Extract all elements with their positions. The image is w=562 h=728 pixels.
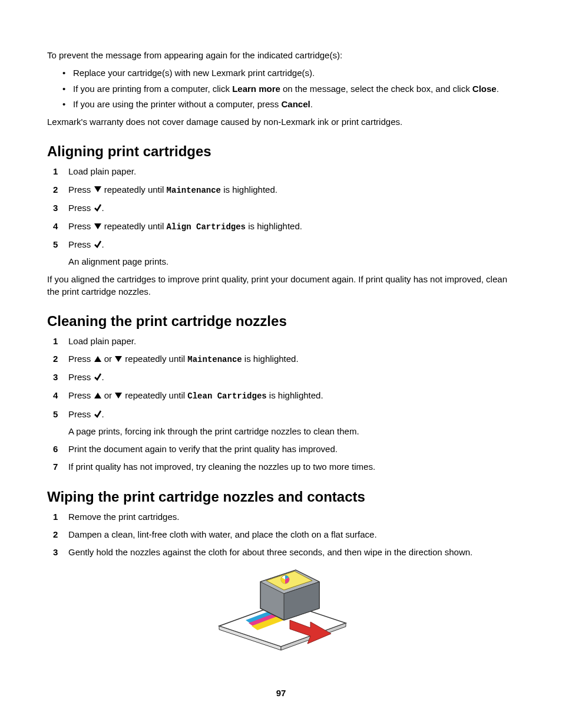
heading-aligning: Aligning print cartridges [47, 143, 515, 160]
aligning-after: If you aligned the cartridges to improve… [47, 274, 515, 298]
cartridge-wipe-illustration [213, 564, 349, 653]
step: Press . [53, 371, 515, 384]
check-icon [94, 372, 102, 384]
intro-text: To prevent the message from appearing ag… [47, 50, 515, 61]
down-arrow-icon [114, 354, 123, 365]
check-icon [94, 409, 102, 421]
svg-marker-1 [94, 223, 101, 229]
step: Gently hold the nozzles against the clot… [53, 546, 515, 558]
svg-marker-0 [94, 186, 101, 192]
intro-bullets: Replace your cartridge(s) with new Lexma… [47, 67, 515, 110]
svg-marker-2 [94, 356, 101, 362]
aligning-steps: Load plain paper. Press repeatedly until… [47, 166, 515, 268]
step: Press or repeatedly until Maintenance is… [53, 353, 515, 365]
step: Dampen a clean, lint-free cloth with wat… [53, 529, 515, 541]
step: Remove the print cartridges. [53, 511, 515, 523]
step: Load plain paper. [53, 166, 515, 177]
up-arrow-icon [94, 390, 102, 402]
svg-marker-5 [115, 393, 122, 398]
down-arrow-icon [94, 221, 102, 233]
bullet-item: If you are printing from a computer, cli… [62, 83, 515, 95]
step: Press repeatedly until Align Cartridges … [53, 220, 515, 233]
heading-wiping: Wiping the print cartridge nozzles and c… [47, 489, 515, 505]
step: If print quality has not improved, try c… [53, 461, 515, 473]
svg-marker-4 [94, 393, 101, 398]
warranty-text: Lexmark's warranty does not cover damage… [47, 116, 515, 128]
bullet-item: If you are using the printer without a c… [62, 98, 515, 110]
cleaning-steps: Load plain paper. Press or repeatedly un… [47, 335, 515, 473]
check-icon [94, 239, 102, 251]
step: Load plain paper. [53, 335, 515, 347]
bullet-item: Replace your cartridge(s) with new Lexma… [62, 67, 515, 79]
down-arrow-icon [114, 390, 123, 402]
step-subtext: A page prints, forcing ink through the p… [68, 426, 515, 437]
step: Press repeatedly until Maintenance is hi… [53, 184, 515, 196]
step: Press . A page prints, forcing ink throu… [53, 409, 515, 437]
wiping-steps: Remove the print cartridges. Dampen a cl… [47, 511, 515, 559]
heading-cleaning: Cleaning the print cartridge nozzles [47, 313, 515, 330]
step: Print the document again to verify that … [53, 443, 515, 455]
step-subtext: An alignment page prints. [68, 256, 515, 268]
up-arrow-icon [94, 354, 102, 365]
page-number: 97 [47, 688, 515, 698]
step: Press . [53, 202, 515, 215]
down-arrow-icon [94, 184, 102, 196]
step: Press or repeatedly until Clean Cartridg… [53, 390, 515, 402]
svg-marker-3 [115, 356, 122, 362]
check-icon [94, 203, 102, 215]
step: Press . An alignment page prints. [53, 239, 515, 268]
